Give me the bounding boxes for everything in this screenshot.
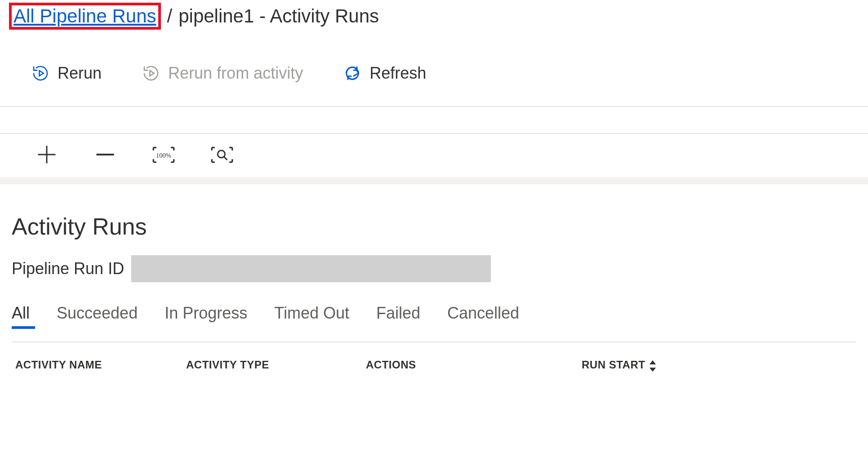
zoom-fit-icon	[210, 146, 234, 165]
filter-tab-in-progress[interactable]: In Progress	[165, 304, 247, 325]
filter-tab-timed-out[interactable]: Timed Out	[274, 304, 349, 325]
column-header-actions[interactable]: ACTIONS	[366, 359, 582, 371]
filter-tab-all[interactable]: All	[12, 304, 30, 325]
column-header-activity-type[interactable]: ACTIVITY TYPE	[186, 359, 366, 371]
rerun-icon	[31, 64, 49, 82]
zoom-in-button[interactable]	[35, 144, 58, 167]
filter-tab-failed[interactable]: Failed	[376, 304, 420, 325]
filter-tab-succeeded[interactable]: Succeeded	[57, 304, 138, 325]
column-header-activity-name[interactable]: ACTIVITY NAME	[15, 359, 186, 371]
column-header-run-start-label: RUN START	[582, 359, 645, 371]
svg-marker-1	[150, 71, 154, 76]
svg-marker-8	[650, 360, 656, 364]
pipeline-run-id-row: Pipeline Run ID	[12, 255, 856, 282]
refresh-icon	[343, 64, 361, 82]
pipeline-run-id-value	[131, 255, 491, 282]
refresh-button[interactable]: Refresh	[343, 64, 426, 83]
refresh-label: Refresh	[369, 64, 426, 83]
minus-icon	[93, 143, 117, 168]
svg-marker-9	[650, 368, 656, 372]
breadcrumb-link-all-pipeline-runs[interactable]: All Pipeline Runs	[9, 3, 161, 30]
sort-icon	[649, 360, 657, 369]
rerun-from-activity-icon	[142, 64, 160, 82]
svg-line-7	[224, 157, 227, 160]
filter-tabs: All Succeeded In Progress Timed Out Fail…	[12, 304, 856, 342]
zoom-100-icon: 100%	[152, 146, 175, 165]
breadcrumb: All Pipeline Runs / pipeline1 - Activity…	[0, 3, 868, 43]
toolbar: Rerun Rerun from activity	[0, 43, 868, 107]
zoom-to-fit-button[interactable]	[210, 144, 234, 167]
pipeline-run-id-label: Pipeline Run ID	[12, 259, 124, 278]
zoom-out-button[interactable]	[93, 144, 117, 167]
svg-marker-0	[40, 71, 44, 76]
breadcrumb-current: pipeline1 - Activity Runs	[178, 5, 379, 27]
svg-point-6	[218, 151, 225, 158]
table-header: ACTIVITY NAME ACTIVITY TYPE ACTIONS RUN …	[12, 342, 856, 371]
rerun-from-activity-button: Rerun from activity	[142, 64, 303, 83]
plus-icon	[35, 143, 58, 168]
rerun-button[interactable]: Rerun	[31, 64, 102, 83]
column-header-run-start[interactable]: RUN START	[582, 359, 657, 371]
section-title: Activity Runs	[12, 213, 856, 240]
filter-tab-cancelled[interactable]: Cancelled	[447, 304, 519, 325]
rerun-from-activity-label: Rerun from activity	[168, 64, 303, 83]
zoom-toolbar: 100%	[0, 134, 868, 184]
svg-text:100%: 100%	[156, 152, 171, 159]
zoom-reset-button[interactable]: 100%	[152, 144, 175, 167]
rerun-label: Rerun	[58, 64, 102, 83]
breadcrumb-separator: /	[167, 5, 173, 27]
